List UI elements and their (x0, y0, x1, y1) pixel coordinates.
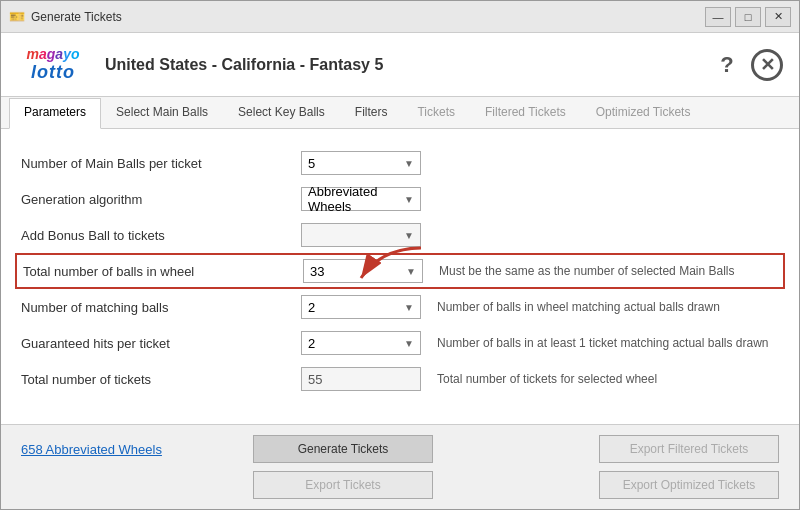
main-balls-control: 5 ▼ (301, 151, 421, 175)
total-balls-select[interactable]: 33 ▼ (303, 259, 423, 283)
app-header: magayo lotto United States - California … (1, 33, 799, 97)
guaranteed-hits-row: Guaranteed hits per ticket 2 ▼ Number of… (21, 325, 779, 361)
tab-select-main-balls[interactable]: Select Main Balls (101, 98, 223, 129)
tab-bar: Parameters Select Main Balls Select Key … (1, 97, 799, 129)
guaranteed-hits-arrow: ▼ (404, 338, 414, 349)
window-controls: — □ ✕ (705, 7, 791, 27)
window-title: Generate Tickets (31, 10, 705, 24)
tab-parameters[interactable]: Parameters (9, 98, 101, 129)
algorithm-value: Abbreviated Wheels (308, 184, 404, 214)
total-balls-hint: Must be the same as the number of select… (439, 264, 734, 278)
guaranteed-hits-control: 2 ▼ Number of balls in at least 1 ticket… (301, 331, 769, 355)
exit-button[interactable]: ✕ (751, 49, 783, 81)
total-tickets-control: 55 Total number of tickets for selected … (301, 367, 657, 391)
total-balls-value: 33 (310, 264, 324, 279)
tab-optimized-tickets: Optimized Tickets (581, 98, 706, 129)
tab-tickets: Tickets (402, 98, 470, 129)
algorithm-label: Generation algorithm (21, 192, 301, 207)
bonus-ball-arrow: ▼ (404, 230, 414, 241)
guaranteed-hits-value: 2 (308, 336, 315, 351)
main-balls-select[interactable]: 5 ▼ (301, 151, 421, 175)
export-filtered-tickets-button: Export Filtered Tickets (599, 435, 779, 463)
footer: 658 Abbreviated Wheels Generate Tickets … (1, 424, 799, 509)
maximize-button[interactable]: □ (735, 7, 761, 27)
generate-tickets-button[interactable]: Generate Tickets (253, 435, 433, 463)
header-actions: ? ✕ (711, 49, 783, 81)
total-tickets-input: 55 (301, 367, 421, 391)
footer-row-1: 658 Abbreviated Wheels Generate Tickets … (21, 435, 779, 463)
total-tickets-label: Total number of tickets (21, 372, 301, 387)
algorithm-row: Generation algorithm Abbreviated Wheels … (21, 181, 779, 217)
close-button[interactable]: ✕ (765, 7, 791, 27)
bonus-ball-label: Add Bonus Ball to tickets (21, 228, 301, 243)
main-balls-label: Number of Main Balls per ticket (21, 156, 301, 171)
bonus-ball-select[interactable]: ▼ (301, 223, 421, 247)
matching-balls-row: Number of matching balls 2 ▼ Number of b… (21, 289, 779, 325)
main-balls-row: Number of Main Balls per ticket 5 ▼ (21, 145, 779, 181)
total-balls-row: Total number of balls in wheel 33 ▼ Must… (15, 253, 785, 289)
guaranteed-hits-hint: Number of balls in at least 1 ticket mat… (437, 336, 769, 350)
tab-filters[interactable]: Filters (340, 98, 403, 129)
export-optimized-tickets-button: Export Optimized Tickets (599, 471, 779, 499)
logo-lotto: lotto (31, 62, 75, 83)
bonus-ball-row: Add Bonus Ball to tickets ▼ (21, 217, 779, 253)
total-balls-label: Total number of balls in wheel (23, 264, 303, 279)
content-area: Number of Main Balls per ticket 5 ▼ Gene… (1, 129, 799, 424)
matching-balls-value: 2 (308, 300, 315, 315)
matching-balls-control: 2 ▼ Number of balls in wheel matching ac… (301, 295, 720, 319)
game-title: United States - California - Fantasy 5 (105, 56, 711, 74)
matching-balls-arrow: ▼ (404, 302, 414, 313)
total-tickets-value: 55 (308, 372, 322, 387)
tab-select-key-balls[interactable]: Select Key Balls (223, 98, 340, 129)
total-tickets-row: Total number of tickets 55 Total number … (21, 361, 779, 397)
export-tickets-button: Export Tickets (253, 471, 433, 499)
footer-row-2: Export Tickets Export Optimized Tickets (21, 471, 779, 499)
minimize-button[interactable]: — (705, 7, 731, 27)
bonus-ball-control: ▼ (301, 223, 421, 247)
guaranteed-hits-label: Guaranteed hits per ticket (21, 336, 301, 351)
help-button[interactable]: ? (711, 49, 743, 81)
abbreviated-wheels-link[interactable]: 658 Abbreviated Wheels (21, 442, 181, 457)
title-bar: 🎫 Generate Tickets — □ ✕ (1, 1, 799, 33)
tab-filtered-tickets: Filtered Tickets (470, 98, 581, 129)
matching-balls-hint: Number of balls in wheel matching actual… (437, 300, 720, 314)
matching-balls-select[interactable]: 2 ▼ (301, 295, 421, 319)
total-tickets-hint: Total number of tickets for selected whe… (437, 372, 657, 386)
algorithm-control: Abbreviated Wheels ▼ (301, 187, 421, 211)
app-icon: 🎫 (9, 9, 25, 25)
total-balls-arrow: ▼ (406, 266, 416, 277)
total-balls-control: 33 ▼ Must be the same as the number of s… (303, 259, 734, 283)
logo: magayo lotto (17, 41, 89, 89)
main-balls-value: 5 (308, 156, 315, 171)
main-balls-arrow: ▼ (404, 158, 414, 169)
matching-balls-label: Number of matching balls (21, 300, 301, 315)
algorithm-select[interactable]: Abbreviated Wheels ▼ (301, 187, 421, 211)
guaranteed-hits-select[interactable]: 2 ▼ (301, 331, 421, 355)
logo-magayo: magayo (27, 46, 80, 62)
total-balls-container: Total number of balls in wheel 33 ▼ Must… (21, 253, 779, 289)
main-window: 🎫 Generate Tickets — □ ✕ magayo lotto Un… (0, 0, 800, 510)
algorithm-arrow: ▼ (404, 194, 414, 205)
